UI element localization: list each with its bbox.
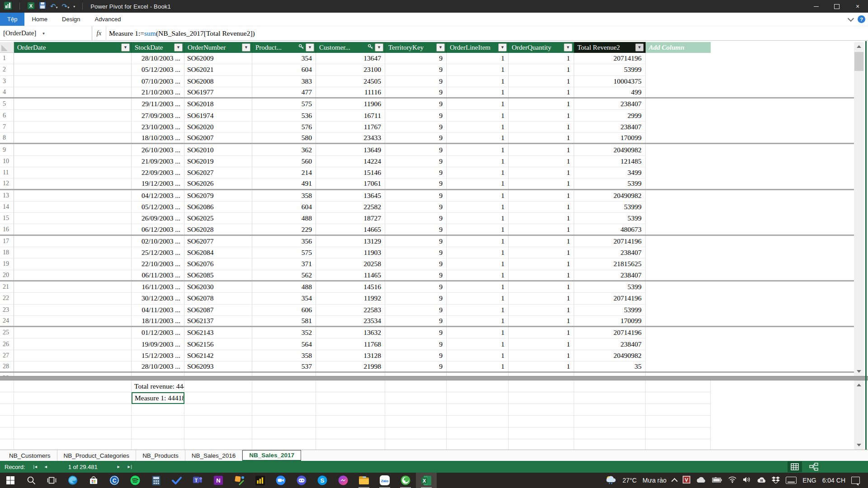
- table-cell[interactable]: 9: [385, 293, 447, 304]
- table-cell[interactable]: 1: [447, 213, 509, 224]
- row-number[interactable]: 26: [0, 338, 14, 350]
- table-cell[interactable]: [14, 87, 132, 97]
- table-cell[interactable]: 22/10/2003 ...: [132, 258, 184, 270]
- record-last-button[interactable]: ►|: [127, 465, 132, 469]
- table-cell[interactable]: 604: [252, 64, 316, 75]
- table-cell[interactable]: 21998: [316, 361, 385, 371]
- row-number[interactable]: 9: [0, 144, 14, 155]
- table-cell[interactable]: 356: [252, 236, 316, 247]
- table-cell[interactable]: 238407: [574, 122, 646, 133]
- table-cell[interactable]: SO62027: [184, 167, 252, 178]
- table-cell-add-column[interactable]: [646, 178, 711, 188]
- table-cell[interactable]: 1: [509, 293, 574, 304]
- measure-cell[interactable]: [14, 427, 132, 439]
- row-number[interactable]: 29: [0, 373, 14, 376]
- table-cell[interactable]: 1: [447, 202, 509, 213]
- table-cell[interactable]: 14665: [316, 224, 385, 234]
- table-cell[interactable]: 562: [252, 270, 316, 280]
- row-number[interactable]: 22: [0, 293, 14, 304]
- table-cell-add-column[interactable]: [646, 316, 711, 326]
- table-cell[interactable]: 354: [252, 293, 316, 304]
- table-cell[interactable]: 13647: [316, 53, 385, 64]
- close-button[interactable]: ×: [847, 0, 868, 13]
- table-cell[interactable]: 21/10/2003 ...: [132, 87, 184, 97]
- table-cell[interactable]: 560: [252, 156, 316, 167]
- spotify-icon[interactable]: [125, 473, 146, 488]
- table-cell[interactable]: [14, 190, 132, 202]
- measure-cell[interactable]: [509, 380, 574, 392]
- table-cell[interactable]: 9: [385, 258, 447, 270]
- ribbon-tab-design[interactable]: Design: [55, 13, 87, 26]
- redo-button[interactable]: ↷▾: [62, 2, 70, 10]
- table-cell[interactable]: 1: [447, 338, 509, 350]
- table-cell[interactable]: 1: [509, 122, 574, 133]
- row-number[interactable]: 2: [0, 64, 14, 75]
- table-cell[interactable]: 170099: [574, 316, 646, 326]
- row-number[interactable]: 25: [0, 327, 14, 338]
- table-cell[interactable]: 18/10/2003 ...: [132, 133, 184, 143]
- calculator-icon[interactable]: [146, 473, 166, 488]
- column-header-orderlineitem[interactable]: OrderLineItem: [447, 42, 509, 53]
- scroll-up-button[interactable]: [854, 380, 864, 389]
- coccoc-icon[interactable]: [395, 473, 416, 488]
- table-cell[interactable]: SO62020: [184, 122, 252, 133]
- measure-cell[interactable]: [646, 439, 711, 450]
- table-cell[interactable]: 1: [447, 373, 509, 376]
- table-cell[interactable]: 1: [509, 236, 574, 247]
- table-cell-add-column[interactable]: [646, 224, 711, 234]
- table-cell[interactable]: [14, 270, 132, 280]
- table-cell[interactable]: [14, 316, 132, 326]
- table-cell-add-column[interactable]: [646, 236, 711, 247]
- measure-cell[interactable]: [385, 404, 447, 416]
- filter-button[interactable]: [375, 43, 383, 52]
- table-cell-add-column[interactable]: [646, 305, 711, 316]
- table-cell[interactable]: [14, 64, 132, 75]
- table-cell[interactable]: 10004375: [574, 76, 646, 87]
- table-cell[interactable]: 9: [385, 373, 447, 376]
- cell-reference-box[interactable]: [OrderDate] ▾: [0, 26, 92, 40]
- table-cell[interactable]: [14, 76, 132, 87]
- row-number[interactable]: 10: [0, 156, 14, 167]
- table-cell[interactable]: 22582: [316, 202, 385, 213]
- table-cell[interactable]: 9: [385, 247, 447, 258]
- table-cell[interactable]: 30/12/2003 ...: [132, 293, 184, 304]
- table-cell[interactable]: 385: [252, 373, 316, 376]
- filter-button[interactable]: [564, 43, 572, 52]
- table-cell-add-column[interactable]: [646, 64, 711, 75]
- table-cell[interactable]: SO62137: [184, 316, 252, 326]
- table-cell[interactable]: 22583: [316, 305, 385, 316]
- dropbox-icon[interactable]: [772, 476, 780, 485]
- save-button[interactable]: [39, 2, 46, 11]
- measure-cell[interactable]: [316, 427, 385, 439]
- touch-keyboard-icon[interactable]: [786, 477, 797, 484]
- filter-button[interactable]: [436, 43, 445, 52]
- table-cell[interactable]: 564: [252, 338, 316, 350]
- table-cell[interactable]: 581: [252, 316, 316, 326]
- row-number[interactable]: 27: [0, 350, 14, 361]
- table-cell[interactable]: 29/11/2003 ...: [132, 99, 184, 110]
- table-cell[interactable]: SO61974: [184, 110, 252, 121]
- table-cell[interactable]: 13128: [316, 350, 385, 361]
- measure-cell[interactable]: [184, 416, 252, 427]
- table-cell[interactable]: [14, 293, 132, 304]
- table-cell[interactable]: 9: [385, 305, 447, 316]
- table-cell[interactable]: 1: [447, 76, 509, 87]
- table-cell[interactable]: 11768: [316, 338, 385, 350]
- cloud-sync-paused-icon[interactable]: [757, 477, 766, 484]
- table-cell[interactable]: 26/10/2003 ...: [132, 144, 184, 155]
- row-number[interactable]: 7: [0, 122, 14, 133]
- ribbon-tab-home[interactable]: Home: [24, 13, 55, 26]
- table-vertical-scrollbar[interactable]: [854, 42, 864, 376]
- ribbon-tab-advanced[interactable]: Advanced: [88, 13, 128, 26]
- table-cell[interactable]: SO62085: [184, 270, 252, 280]
- table-cell[interactable]: SO62093: [184, 361, 252, 371]
- table-cell[interactable]: 1: [509, 213, 574, 224]
- measure-cell[interactable]: [646, 392, 711, 404]
- table-cell-add-column[interactable]: [646, 350, 711, 361]
- table-cell[interactable]: 9: [385, 316, 447, 326]
- row-number[interactable]: 1: [0, 53, 14, 64]
- table-cell-add-column[interactable]: [646, 53, 711, 64]
- table-cell-add-column[interactable]: [646, 270, 711, 280]
- pc-manager-icon[interactable]: [229, 473, 250, 488]
- measure-cell[interactable]: [316, 416, 385, 427]
